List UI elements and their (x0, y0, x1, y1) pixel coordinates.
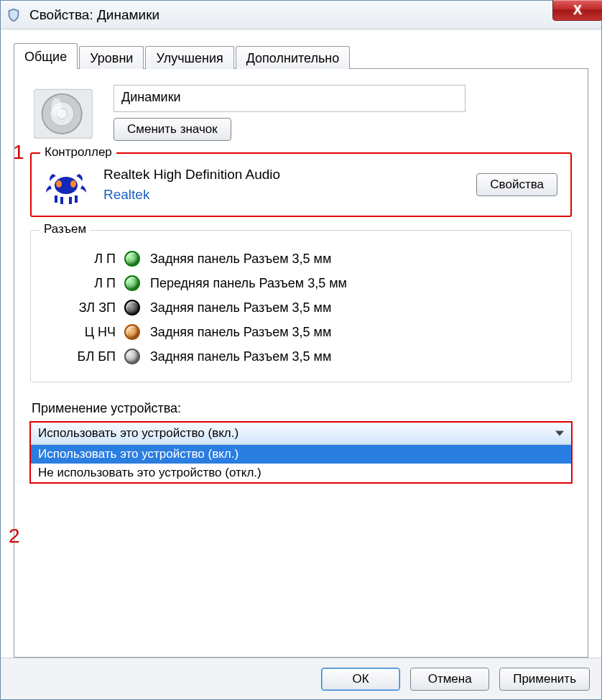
annotation-2: 2 (9, 525, 20, 548)
tabpage-general: Динамики Сменить значок 1 Контроллер (14, 68, 588, 658)
jack-color-icon (124, 275, 140, 291)
device-name-input[interactable]: Динамики (114, 85, 466, 112)
tab-levels[interactable]: Уровни (79, 46, 144, 69)
jack-channel: БЛ БП (44, 349, 124, 364)
dialog-footer: ОК Отмена Применить (1, 658, 601, 699)
jack-description: Задняя панель Разъем 3,5 мм (150, 325, 558, 340)
jack-description: Задняя панель Разъем 3,5 мм (150, 252, 558, 267)
controller-legend: Контроллер (40, 145, 116, 160)
tab-enhancements[interactable]: Улучшения (145, 46, 233, 69)
svg-point-8 (70, 180, 76, 188)
controller-group: Контроллер (30, 152, 572, 217)
jack-description: Задняя панель Разъем 3,5 мм (150, 300, 558, 316)
svg-rect-10 (60, 197, 63, 204)
jack-description: Передняя панель Разъем 3,5 мм (150, 276, 558, 291)
apply-button[interactable]: Применить (499, 668, 590, 691)
realtek-crab-icon (45, 164, 88, 206)
svg-rect-9 (55, 195, 57, 203)
svg-rect-12 (75, 195, 78, 203)
client-area: Общие Уровни Улучшения Дополнительно (1, 29, 601, 699)
jack-row: ЗЛ ЗПЗадняя панель Разъем 3,5 мм (44, 295, 558, 320)
svg-point-7 (56, 180, 62, 188)
speaker-icon (30, 85, 96, 142)
annotation-1: 1 (13, 141, 24, 164)
svg-point-5 (51, 98, 62, 116)
tab-advanced[interactable]: Дополнительно (236, 46, 351, 69)
jack-color-icon (124, 324, 140, 340)
jack-channel: Ц НЧ (44, 325, 124, 340)
device-usage-option[interactable]: Не использовать это устройство (откл.) (31, 464, 571, 482)
titlebar[interactable]: Свойства: Динамики X (1, 1, 601, 29)
close-button[interactable]: X (552, 0, 602, 21)
svg-rect-11 (69, 197, 72, 204)
device-usage-label: Применение устройства: (32, 401, 572, 416)
device-usage-selected-text: Использовать это устройство (вкл.) (38, 426, 239, 440)
jack-channel: Л П (44, 276, 124, 291)
jack-row: Л ПЗадняя панель Разъем 3,5 мм (44, 247, 558, 271)
controller-properties-button[interactable]: Свойства (476, 173, 557, 196)
tab-general[interactable]: Общие (14, 43, 78, 69)
close-icon: X (573, 3, 582, 18)
device-usage-combo[interactable]: Использовать это устройство (вкл.) Испол… (30, 422, 572, 483)
shield-icon (5, 6, 22, 24)
jack-color-icon (124, 349, 140, 364)
jacks-group: Разъем Л ПЗадняя панель Разъем 3,5 ммЛ П… (30, 230, 572, 382)
tab-strip: Общие Уровни Улучшения Дополнительно (14, 42, 588, 68)
jack-row: Ц НЧЗадняя панель Разъем 3,5 мм (44, 320, 558, 344)
jack-description: Задняя панель Разъем 3,5 мм (150, 349, 558, 364)
jack-color-icon (124, 300, 140, 316)
jack-row: Л ППередняя панель Разъем 3,5 мм (44, 271, 558, 295)
window-title: Свойства: Динамики (29, 7, 159, 23)
device-usage-option[interactable]: Использовать это устройство (вкл.) (31, 445, 571, 464)
controller-vendor-link[interactable]: Realtek (103, 187, 460, 203)
change-icon-button[interactable]: Сменить значок (114, 118, 231, 141)
jack-color-icon (124, 251, 140, 267)
ok-button[interactable]: ОК (321, 668, 400, 691)
device-usage-dropdown: Использовать это устройство (вкл.) Не ис… (31, 444, 571, 482)
jack-channel: ЗЛ ЗП (44, 300, 124, 316)
controller-name: Realtek High Definition Audio (103, 167, 460, 183)
properties-window: Свойства: Динамики X Общие Уровни Улучше… (0, 0, 602, 700)
device-usage-selected[interactable]: Использовать это устройство (вкл.) (31, 423, 571, 444)
jacks-legend: Разъем (40, 222, 91, 236)
chevron-down-icon (555, 431, 564, 436)
jack-channel: Л П (44, 252, 124, 267)
cancel-button[interactable]: Отмена (410, 668, 489, 691)
jack-row: БЛ БПЗадняя панель Разъем 3,5 мм (44, 344, 558, 369)
